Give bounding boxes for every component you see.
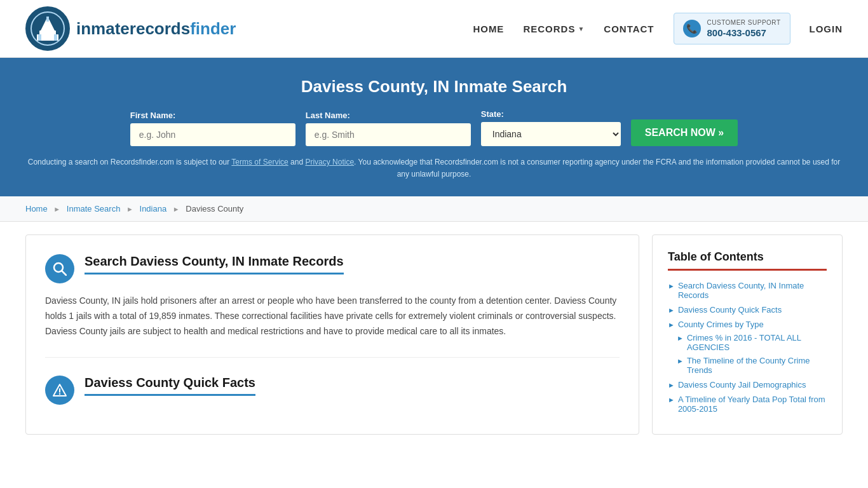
svg-rect-6: [54, 34, 57, 41]
page-title: Daviess County, IN Inmate Search: [25, 77, 843, 97]
svg-rect-2: [39, 30, 56, 36]
first-name-label: First Name:: [130, 111, 295, 120]
toc-item-5: ► A Timeline of Yearly Data Pop Total fr…: [668, 395, 827, 414]
section2-title-area: Daviess County Quick Facts: [85, 376, 255, 396]
search-icon: [45, 254, 74, 283]
last-name-label: Last Name:: [306, 111, 471, 120]
toc-subitem-3-2: ► The Timeline of the County Crime Trend…: [677, 356, 827, 375]
toc-link-3[interactable]: ► County Crimes by Type: [668, 320, 827, 329]
chevron-down-icon: ▼: [578, 25, 585, 32]
nav-records[interactable]: RECORDS ▼: [523, 24, 585, 34]
main-nav: HOME RECORDS ▼ CONTACT 📞 CUSTOMER SUPPOR…: [473, 13, 843, 45]
section1-header: Search Daviess County, IN Inmate Records: [45, 254, 620, 283]
support-box[interactable]: 📞 CUSTOMER SUPPORT 800-433-0567: [674, 13, 790, 45]
search-form: First Name: Last Name: State: Indiana Al…: [25, 109, 843, 146]
search-banner: Daviess County, IN Inmate Search First N…: [0, 58, 868, 196]
alert-icon: [45, 376, 74, 405]
breadcrumb: Home ► Inmate Search ► Indiana ► Daviess…: [0, 196, 868, 222]
section1-title-area: Search Daviess County, IN Inmate Records: [85, 254, 344, 274]
section2-header: Daviess County Quick Facts: [45, 376, 620, 405]
first-name-input[interactable]: [130, 123, 295, 146]
last-name-input[interactable]: [306, 123, 471, 146]
nav-home[interactable]: HOME: [473, 24, 504, 34]
breadcrumb-inmate-search[interactable]: Inmate Search: [67, 204, 121, 214]
breadcrumb-sep-2: ►: [126, 205, 133, 213]
content-area: Search Daviess County, IN Inmate Records…: [25, 234, 639, 435]
chevron-right-icon-3: ►: [668, 321, 675, 329]
first-name-group: First Name:: [130, 111, 295, 146]
main-layout: Search Daviess County, IN Inmate Records…: [0, 222, 868, 447]
toc-item-1: ► Search Daviess County, IN Inmate Recor…: [668, 281, 827, 300]
section1-body: Daviess County, IN jails hold prisoners …: [45, 294, 620, 339]
chevron-right-icon-4: ►: [668, 381, 675, 389]
privacy-link[interactable]: Privacy Notice: [305, 158, 354, 166]
toc-link-4[interactable]: ► Daviess County Jail Demographics: [668, 380, 827, 390]
toc-title: Table of Contents: [668, 250, 827, 271]
search-button[interactable]: SEARCH NOW »: [631, 119, 738, 146]
section2-title: Daviess County Quick Facts: [85, 376, 255, 396]
toc-list: ► Search Daviess County, IN Inmate Recor…: [668, 281, 827, 414]
nav-contact[interactable]: CONTACT: [604, 24, 654, 34]
chevron-right-icon-3-2: ►: [677, 357, 684, 365]
last-name-group: Last Name:: [306, 111, 471, 146]
toc-item-4: ► Daviess County Jail Demographics: [668, 380, 827, 390]
login-button[interactable]: LOGIN: [810, 24, 843, 34]
toc-sublist-3: ► Crimes % in 2016 - TOTAL ALL AGENCIES …: [668, 333, 827, 375]
svg-point-11: [59, 393, 60, 395]
breadcrumb-sep-1: ►: [53, 205, 60, 213]
tos-link[interactable]: Terms of Service: [231, 158, 288, 166]
phone-icon: 📞: [683, 20, 701, 37]
state-group: State: Indiana Alabama Alaska California…: [481, 109, 621, 146]
section-divider: [45, 357, 620, 358]
logo-text: inmaterecordsfinder: [76, 19, 236, 39]
svg-rect-5: [38, 34, 41, 41]
logo-icon: [25, 6, 70, 51]
toc-item-2: ► Daviess County Quick Facts: [668, 305, 827, 315]
toc-link-1[interactable]: ► Search Daviess County, IN Inmate Recor…: [668, 281, 827, 300]
section1-title: Search Daviess County, IN Inmate Records: [85, 254, 344, 274]
toc-subitem-3-1: ► Crimes % in 2016 - TOTAL ALL AGENCIES: [677, 333, 827, 352]
sidebar: Table of Contents ► Search Daviess Count…: [652, 234, 843, 435]
breadcrumb-home[interactable]: Home: [25, 204, 48, 214]
toc-sublink-3-2[interactable]: ► The Timeline of the County Crime Trend…: [677, 356, 827, 375]
state-select[interactable]: Indiana Alabama Alaska California Florid…: [481, 122, 621, 146]
svg-line-8: [62, 271, 66, 275]
toc-link-5[interactable]: ► A Timeline of Yearly Data Pop Total fr…: [668, 395, 827, 414]
breadcrumb-sep-3: ►: [173, 205, 180, 213]
toc-item-3: ► County Crimes by Type ► Crimes % in 20…: [668, 320, 827, 375]
support-number: 800-433-0567: [707, 27, 781, 39]
breadcrumb-indiana[interactable]: Indiana: [140, 204, 167, 214]
svg-rect-4: [46, 17, 49, 22]
chevron-right-icon-5: ►: [668, 396, 675, 403]
header: inmaterecordsfinder HOME RECORDS ▼ CONTA…: [0, 0, 868, 58]
state-label: State:: [481, 109, 621, 119]
disclaimer-text: Conducting a search on Recordsfinder.com…: [25, 156, 843, 180]
support-label: CUSTOMER SUPPORT: [707, 18, 781, 27]
logo-area: inmaterecordsfinder: [25, 6, 236, 51]
chevron-right-icon-2: ►: [668, 306, 675, 314]
breadcrumb-current: Daviess County: [186, 204, 243, 214]
chevron-right-icon-1: ►: [668, 282, 675, 290]
toc-link-2[interactable]: ► Daviess County Quick Facts: [668, 305, 827, 315]
toc-sublink-3-1[interactable]: ► Crimes % in 2016 - TOTAL ALL AGENCIES: [677, 333, 827, 352]
chevron-right-icon-3-1: ►: [677, 334, 684, 342]
